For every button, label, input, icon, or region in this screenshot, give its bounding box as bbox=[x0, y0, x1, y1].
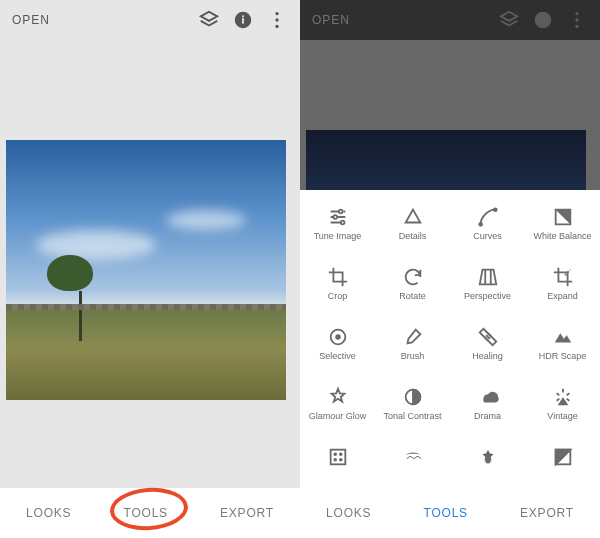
tab-tools[interactable]: TOOLS bbox=[123, 506, 167, 520]
svg-point-12 bbox=[340, 221, 344, 225]
healing-icon bbox=[477, 326, 499, 348]
svg-point-19 bbox=[334, 453, 336, 455]
hdr-scape-icon bbox=[552, 326, 574, 348]
tool-brush[interactable]: Brush bbox=[375, 316, 450, 376]
tool-label: Rotate bbox=[399, 292, 426, 302]
crop-icon bbox=[327, 266, 349, 288]
svg-point-13 bbox=[479, 223, 482, 226]
topbar-left: OPEN bbox=[0, 0, 300, 40]
drama-icon bbox=[477, 386, 499, 408]
rotate-icon bbox=[402, 266, 424, 288]
svg-rect-1 bbox=[242, 18, 244, 24]
tab-tools[interactable]: TOOLS bbox=[423, 506, 467, 520]
topbar-right: OPEN bbox=[300, 0, 600, 40]
tool-label: Crop bbox=[328, 292, 348, 302]
tool-crop[interactable]: Crop bbox=[300, 256, 375, 316]
tool-tonal-contrast[interactable]: Tonal Contrast bbox=[375, 376, 450, 436]
more-icon[interactable] bbox=[266, 9, 288, 31]
tool-label: HDR Scape bbox=[539, 352, 587, 362]
tool-details[interactable]: Details bbox=[375, 196, 450, 256]
svg-point-23 bbox=[485, 458, 491, 464]
svg-point-3 bbox=[275, 12, 278, 15]
tune-icon bbox=[327, 206, 349, 228]
tool-label: Selective bbox=[319, 352, 356, 362]
open-button[interactable]: OPEN bbox=[312, 13, 350, 27]
layers-icon[interactable] bbox=[198, 9, 220, 31]
svg-point-8 bbox=[575, 18, 578, 21]
svg-rect-18 bbox=[330, 450, 345, 465]
svg-point-21 bbox=[334, 459, 336, 461]
svg-point-6 bbox=[535, 12, 552, 29]
tool-curves[interactable]: Curves bbox=[450, 196, 525, 256]
image-preview[interactable] bbox=[6, 140, 286, 400]
editor-panel-right: OPEN Tune ImageDetailsCurvesWhite Balanc… bbox=[300, 0, 600, 538]
glamour-glow-icon bbox=[327, 386, 349, 408]
tool-label: Tune Image bbox=[314, 232, 362, 242]
tab-export[interactable]: EXPORT bbox=[520, 506, 574, 520]
svg-point-16 bbox=[336, 335, 340, 339]
dimmed-background: OPEN bbox=[300, 0, 600, 190]
tool-grainy-film[interactable] bbox=[300, 436, 375, 488]
svg-point-7 bbox=[575, 12, 578, 15]
tool-retrolux[interactable] bbox=[375, 436, 450, 488]
more-icon[interactable] bbox=[566, 9, 588, 31]
expand-icon bbox=[552, 266, 574, 288]
svg-point-22 bbox=[339, 459, 341, 461]
tool-label: Glamour Glow bbox=[309, 412, 367, 422]
curves-icon bbox=[477, 206, 499, 228]
tonal-contrast-icon bbox=[402, 386, 424, 408]
tool-vintage[interactable]: Vintage bbox=[525, 376, 600, 436]
tool-glamour-glow[interactable]: Glamour Glow bbox=[300, 376, 375, 436]
retrolux-icon bbox=[402, 446, 424, 468]
perspective-icon bbox=[477, 266, 499, 288]
brush-icon bbox=[402, 326, 424, 348]
tool-label: Brush bbox=[401, 352, 425, 362]
svg-point-11 bbox=[333, 215, 337, 219]
editor-panel-left: OPEN LOOKS TOOLS EXPORT bbox=[0, 0, 300, 538]
vintage-icon bbox=[552, 386, 574, 408]
bottom-nav-right: LOOKS TOOLS EXPORT bbox=[300, 488, 600, 538]
tool-label: Tonal Contrast bbox=[383, 412, 441, 422]
tab-looks[interactable]: LOOKS bbox=[26, 506, 71, 520]
svg-point-10 bbox=[338, 210, 342, 214]
grunge-icon bbox=[477, 446, 499, 468]
tool-label: White Balance bbox=[533, 232, 591, 242]
tool-white-balance[interactable]: White Balance bbox=[525, 196, 600, 256]
svg-point-9 bbox=[575, 25, 578, 28]
layers-icon[interactable] bbox=[498, 9, 520, 31]
grainy-film-icon bbox=[327, 446, 349, 468]
black-white-icon bbox=[552, 446, 574, 468]
tool-grunge[interactable] bbox=[450, 436, 525, 488]
tool-black-white[interactable] bbox=[525, 436, 600, 488]
svg-point-14 bbox=[493, 208, 496, 211]
tool-label: Details bbox=[399, 232, 427, 242]
tool-selective[interactable]: Selective bbox=[300, 316, 375, 376]
tool-drama[interactable]: Drama bbox=[450, 376, 525, 436]
svg-point-5 bbox=[275, 25, 278, 28]
svg-rect-2 bbox=[242, 15, 244, 17]
tools-panel: Tune ImageDetailsCurvesWhite BalanceCrop… bbox=[300, 190, 600, 488]
tool-perspective[interactable]: Perspective bbox=[450, 256, 525, 316]
tool-label: Healing bbox=[472, 352, 503, 362]
tool-label: Curves bbox=[473, 232, 502, 242]
info-icon[interactable] bbox=[532, 9, 554, 31]
info-icon[interactable] bbox=[232, 9, 254, 31]
bottom-nav-left: LOOKS TOOLS EXPORT bbox=[0, 488, 300, 538]
svg-point-20 bbox=[339, 453, 341, 455]
selective-icon bbox=[327, 326, 349, 348]
tab-looks[interactable]: LOOKS bbox=[326, 506, 371, 520]
white-balance-icon bbox=[552, 206, 574, 228]
tool-label: Drama bbox=[474, 412, 501, 422]
tool-expand[interactable]: Expand bbox=[525, 256, 600, 316]
tool-rotate[interactable]: Rotate bbox=[375, 256, 450, 316]
open-button[interactable]: OPEN bbox=[12, 13, 50, 27]
details-icon bbox=[402, 206, 424, 228]
tool-label: Perspective bbox=[464, 292, 511, 302]
svg-point-4 bbox=[275, 18, 278, 21]
tool-healing[interactable]: Healing bbox=[450, 316, 525, 376]
tab-export[interactable]: EXPORT bbox=[220, 506, 274, 520]
tool-label: Expand bbox=[547, 292, 578, 302]
tool-hdr-scape[interactable]: HDR Scape bbox=[525, 316, 600, 376]
tool-label: Vintage bbox=[547, 412, 577, 422]
tool-tune[interactable]: Tune Image bbox=[300, 196, 375, 256]
